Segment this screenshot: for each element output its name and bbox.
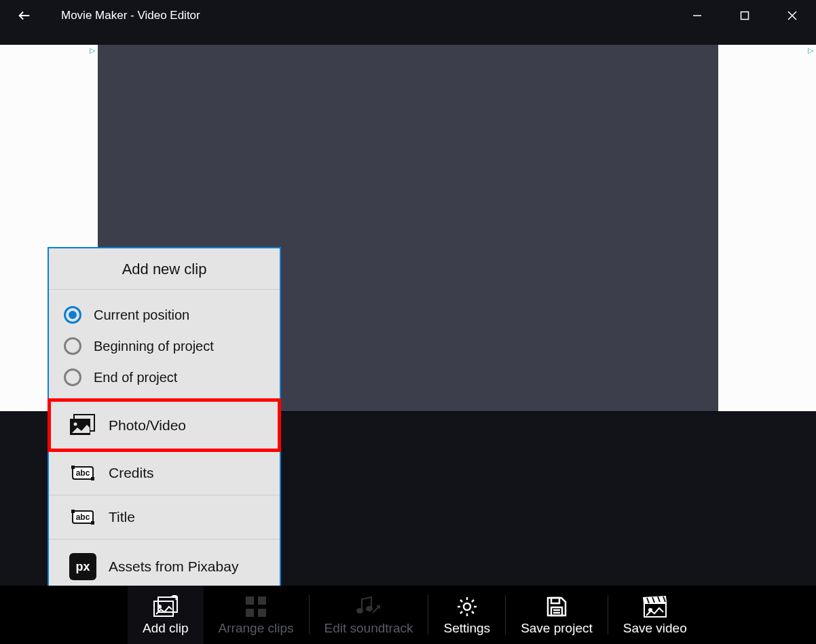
pixabay-icon: px xyxy=(65,553,100,580)
photo-video-icon xyxy=(65,414,100,437)
credits-icon: abc xyxy=(65,466,100,480)
maximize-icon xyxy=(740,11,749,20)
menu-item-credits[interactable]: abc Credits xyxy=(49,451,280,495)
menu-item-title[interactable]: abc Title xyxy=(49,495,280,539)
add-clip-popup: Add new clip Current position Beginning … xyxy=(48,247,281,595)
close-icon xyxy=(787,11,797,20)
svg-point-13 xyxy=(464,603,470,610)
toolbar-label: Arrange clips xyxy=(219,621,294,636)
radio-label: Current position xyxy=(94,307,189,323)
ad-panel-right[interactable]: ▷ xyxy=(718,45,816,411)
svg-rect-10 xyxy=(258,609,266,617)
svg-rect-8 xyxy=(258,596,266,605)
toolbar-label: Save project xyxy=(521,621,593,636)
radio-beginning-of-project[interactable]: Beginning of project xyxy=(64,330,265,362)
soundtrack-icon xyxy=(355,594,382,620)
radio-icon xyxy=(64,368,81,386)
maximize-button[interactable] xyxy=(721,0,768,31)
close-button[interactable] xyxy=(768,0,816,31)
toolbar-label: Edit soundtrack xyxy=(324,621,413,636)
radio-label: End of project xyxy=(94,370,177,385)
clapperboard-icon xyxy=(642,594,668,620)
back-button[interactable] xyxy=(0,0,49,31)
title-bar: Movie Maker - Video Editor xyxy=(0,0,816,31)
svg-rect-0 xyxy=(741,12,749,20)
radio-current-position[interactable]: Current position xyxy=(64,299,265,330)
svg-rect-14 xyxy=(551,598,559,603)
bottom-toolbar: Add clip Arrange clips Edit soundtrack S… xyxy=(0,586,816,644)
title-icon: abc xyxy=(65,510,100,524)
radio-label: Beginning of project xyxy=(94,339,214,354)
svg-point-11 xyxy=(357,609,363,613)
ad-marker-icon: ▷ xyxy=(808,46,813,55)
toolbar-settings[interactable]: Settings xyxy=(428,586,505,644)
svg-point-12 xyxy=(367,607,372,611)
position-radio-group: Current position Beginning of project En… xyxy=(49,290,280,400)
menu-item-label: Photo/Video xyxy=(109,417,186,434)
radio-icon xyxy=(64,337,81,355)
toolbar-edit-soundtrack[interactable]: Edit soundtrack xyxy=(310,586,428,644)
window-title: Movie Maker - Video Editor xyxy=(61,9,200,22)
toolbar-save-project[interactable]: Save project xyxy=(506,586,608,644)
svg-point-3 xyxy=(74,423,77,426)
back-arrow-icon xyxy=(17,8,32,23)
save-icon xyxy=(545,594,568,620)
main-area: ▷ ▷ Add new clip Current position Beginn… xyxy=(0,31,816,586)
menu-item-label: Assets from Pixabay xyxy=(109,558,238,575)
gear-icon xyxy=(455,594,479,620)
svg-rect-7 xyxy=(246,596,254,605)
toolbar-label: Add clip xyxy=(143,621,189,636)
popup-title: Add new clip xyxy=(49,248,280,290)
toolbar-arrange-clips[interactable]: Arrange clips xyxy=(204,586,309,644)
minimize-button[interactable] xyxy=(673,0,721,31)
ad-marker-icon: ▷ xyxy=(90,46,95,55)
svg-point-6 xyxy=(158,605,161,608)
toolbar-add-clip[interactable]: Add clip xyxy=(128,586,204,644)
add-clip-icon xyxy=(152,594,179,620)
toolbar-label: Settings xyxy=(443,621,490,636)
toolbar-save-video[interactable]: Save video xyxy=(608,586,702,644)
svg-rect-15 xyxy=(551,607,562,615)
radio-end-of-project[interactable]: End of project xyxy=(64,362,265,393)
arrange-clips-icon xyxy=(244,594,267,620)
svg-rect-9 xyxy=(246,609,254,617)
menu-item-label: Title xyxy=(109,509,135,525)
radio-icon xyxy=(64,306,81,324)
menu-item-photo-video[interactable]: Photo/Video xyxy=(49,400,280,451)
toolbar-label: Save video xyxy=(623,621,687,636)
menu-item-label: Credits xyxy=(109,465,154,481)
minimize-icon xyxy=(692,11,702,20)
